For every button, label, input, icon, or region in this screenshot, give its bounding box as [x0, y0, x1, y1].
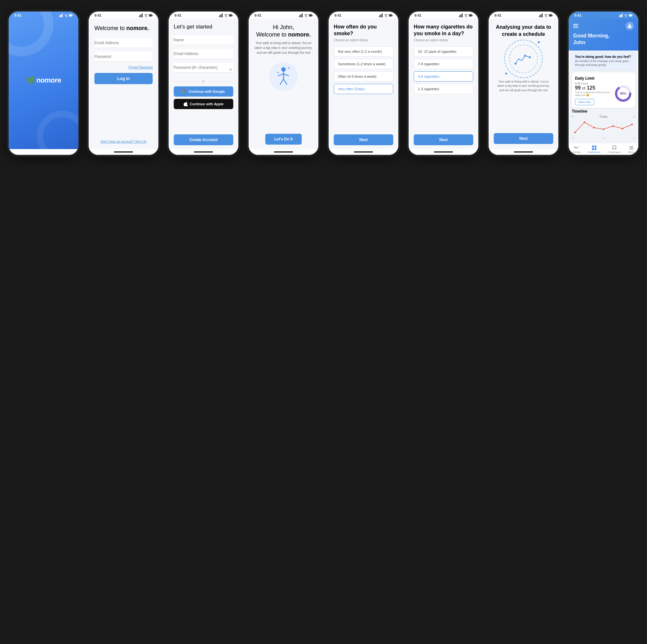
phone-welcome: 9:41 Hi John, Welcome to nomore. Your pa…: [247, 10, 320, 157]
status-time-analyse: 9:41: [494, 13, 501, 17]
person-figure: [275, 66, 292, 87]
more-info-button[interactable]: More Info: [575, 99, 594, 105]
svg-rect-60: [619, 15, 620, 17]
svg-rect-46: [462, 13, 463, 17]
puff-count: 99 of 125: [575, 85, 615, 91]
password-input[interactable]: [94, 52, 153, 62]
svg-point-79: [631, 124, 633, 125]
analyse-title: Analysing your data to create a schedule: [494, 24, 553, 38]
svg-rect-52: [541, 14, 542, 17]
challenges-icon: [612, 145, 617, 150]
status-time-login: 9:41: [94, 13, 101, 17]
splash-logo-icon: 🌿: [26, 76, 34, 84]
nav-dashboard[interactable]: Dashboard: [588, 145, 600, 154]
analysing-screen: Analysing your data to create a schedule…: [489, 18, 558, 149]
svg-point-86: [632, 146, 633, 147]
password-eye-icon[interactable]: 👁: [229, 68, 233, 72]
signal-icon-cig: [459, 13, 463, 17]
user-avatar[interactable]: [626, 22, 634, 30]
svg-rect-39: [382, 13, 383, 17]
apple-signin-button[interactable]: Continue with Apple: [174, 99, 233, 109]
login-button[interactable]: Log in: [94, 73, 153, 84]
svg-rect-12: [149, 14, 152, 16]
forgot-password-link[interactable]: Forgot Password: [94, 66, 153, 69]
svg-rect-13: [152, 15, 153, 16]
svg-rect-16: [221, 14, 222, 17]
dashboard-header: Good Morning,John: [569, 18, 638, 51]
nav-challenges[interactable]: Challenges: [608, 145, 621, 154]
bottom-navigation: Activity Dashboard: [569, 143, 638, 155]
svg-rect-61: [620, 15, 621, 17]
timeline-prev[interactable]: <: [572, 115, 574, 118]
status-bar-dash: 9:41: [569, 11, 638, 18]
cigarettes-next-button[interactable]: Next: [414, 134, 473, 145]
battery-icon: [69, 13, 73, 17]
timeline-chart: [572, 120, 635, 137]
name-input[interactable]: [174, 35, 233, 45]
home-indicator-freq: [329, 149, 399, 155]
option-not-very-often[interactable]: Not very often (1-2 a month): [334, 47, 393, 57]
phone-analysing: 9:41 Analysing your data to create a sch…: [487, 10, 560, 157]
signup-link[interactable]: Don't have an account? Sign Up: [100, 140, 146, 143]
google-signin-button[interactable]: Continue with Google: [174, 86, 233, 96]
svg-rect-6: [72, 15, 73, 16]
svg-point-89: [632, 147, 633, 148]
wifi-icon-cig: [464, 13, 468, 17]
svg-rect-26: [309, 14, 312, 16]
svg-point-77: [612, 125, 614, 127]
option-1-3[interactable]: 1-3 cigarettes: [414, 84, 473, 94]
status-time: 9:41: [14, 13, 21, 17]
option-sometimes[interactable]: Sometimes (1-2 times a week): [334, 59, 393, 69]
status-icons-login: [139, 13, 153, 17]
create-account-button[interactable]: Create Account: [174, 134, 233, 145]
svg-point-88: [631, 147, 632, 148]
or-divider: or: [174, 80, 233, 83]
wifi-icon-analyse: [544, 13, 548, 17]
welcome-body: Your path to living well is ahead. You'v…: [255, 41, 313, 55]
svg-rect-62: [621, 14, 622, 17]
svg-rect-5: [69, 14, 72, 16]
splash-logo-text: nomore: [36, 76, 61, 84]
svg-rect-3: [62, 13, 63, 17]
frequency-next-button[interactable]: Next: [334, 134, 393, 145]
wifi-icon-freq: [384, 13, 388, 17]
svg-point-34: [288, 67, 290, 69]
svg-point-74: [584, 121, 585, 123]
nav-menu-label: Menu: [628, 151, 635, 154]
option-often[interactable]: Often (4-5 times a week): [334, 71, 393, 82]
analyse-next-button[interactable]: Next: [494, 133, 553, 144]
welcome-screen: Hi John, Welcome to nomore. Your path to…: [248, 18, 318, 149]
register-title: Let's get started: [174, 24, 233, 30]
chart-label-20: 20: [602, 137, 605, 140]
svg-rect-66: [632, 15, 633, 16]
nav-activity[interactable]: Activity: [572, 145, 580, 154]
reg-password-input[interactable]: [174, 63, 233, 73]
challenges-svg: [612, 145, 617, 150]
timeline-next[interactable]: >: [633, 115, 635, 118]
option-very-often[interactable]: Very often (Daily): [334, 84, 393, 94]
battery-icon-cig: [469, 13, 473, 17]
hamburger-menu[interactable]: [573, 24, 578, 28]
puff-section: Puff count 99 of 125 You've exhausted mo…: [575, 82, 615, 105]
battery-icon-dash: [629, 13, 633, 17]
lets-do-it-button[interactable]: Let's Do It: [265, 134, 302, 145]
svg-point-78: [622, 128, 623, 129]
email-input[interactable]: [94, 38, 153, 48]
phone-login: 9:41 Welcome to nomore. Forgot Password …: [87, 10, 160, 157]
option-7-9[interactable]: 7-9 cigarettes: [414, 59, 473, 69]
option-4-6[interactable]: 4-6 cigarettes: [414, 71, 473, 82]
svg-rect-56: [552, 15, 553, 16]
svg-point-84: [630, 146, 631, 147]
signal-icon-analyse: [539, 13, 543, 17]
menu-icon: [629, 145, 634, 150]
svg-rect-51: [540, 15, 541, 17]
reg-email-input[interactable]: [174, 49, 233, 59]
nav-menu[interactable]: Menu: [628, 145, 635, 154]
welcome-greeting: Hi John, Welcome to nomore.: [255, 24, 313, 39]
status-bar-freq: 9:41: [329, 11, 399, 18]
frequency-hint: Choose an option below: [334, 39, 393, 42]
svg-rect-22: [300, 15, 301, 17]
avatar-icon: [628, 24, 632, 28]
option-10-12[interactable]: 10- 12 pack of cigarettes: [414, 47, 473, 57]
puff-sub: You've exhausted most of your daily limi…: [575, 91, 615, 96]
